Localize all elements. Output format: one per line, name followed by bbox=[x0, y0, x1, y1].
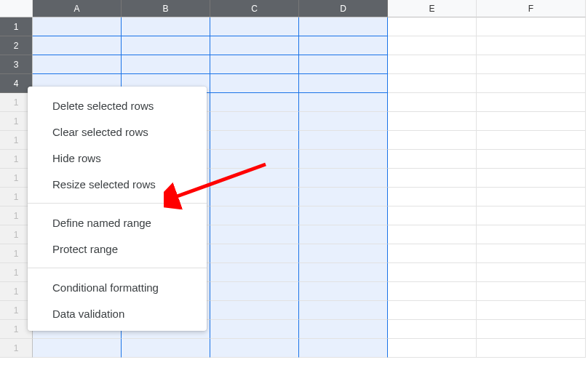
cell[interactable] bbox=[210, 263, 299, 282]
cell[interactable] bbox=[299, 206, 388, 225]
cell[interactable] bbox=[477, 301, 586, 320]
cell[interactable] bbox=[388, 17, 477, 36]
cell[interactable] bbox=[388, 131, 477, 150]
col-header-f[interactable]: F bbox=[477, 0, 586, 17]
cell[interactable] bbox=[477, 93, 586, 112]
col-header-d[interactable]: D bbox=[299, 0, 388, 17]
cell[interactable] bbox=[388, 244, 477, 263]
cell[interactable] bbox=[210, 244, 299, 263]
cell[interactable] bbox=[388, 206, 477, 225]
cell[interactable] bbox=[388, 55, 477, 74]
cell[interactable] bbox=[477, 244, 586, 263]
cell[interactable] bbox=[477, 36, 586, 55]
cell[interactable] bbox=[210, 282, 299, 301]
cell[interactable] bbox=[210, 150, 299, 169]
row-header-1[interactable]: 1 bbox=[0, 17, 33, 36]
cell[interactable] bbox=[299, 150, 388, 169]
cell[interactable] bbox=[299, 339, 388, 358]
cell[interactable] bbox=[299, 93, 388, 112]
cell[interactable] bbox=[388, 150, 477, 169]
cell[interactable] bbox=[210, 112, 299, 131]
cell[interactable] bbox=[477, 263, 586, 282]
cell[interactable] bbox=[477, 320, 586, 339]
menu-hide-rows[interactable]: Hide rows bbox=[28, 145, 207, 171]
menu-separator bbox=[28, 268, 207, 268]
cell[interactable] bbox=[299, 112, 388, 131]
cell[interactable] bbox=[388, 74, 477, 93]
col-header-b[interactable]: B bbox=[122, 0, 210, 17]
row-header-2[interactable]: 2 bbox=[0, 36, 33, 55]
cell[interactable] bbox=[210, 188, 299, 206]
col-header-c[interactable]: C bbox=[210, 0, 299, 17]
cell[interactable] bbox=[388, 225, 477, 244]
row-header-3[interactable]: 3 bbox=[0, 55, 33, 74]
cell[interactable] bbox=[388, 188, 477, 206]
cell[interactable] bbox=[477, 188, 586, 206]
cell[interactable] bbox=[210, 320, 299, 339]
cell[interactable] bbox=[388, 301, 477, 320]
cell[interactable] bbox=[299, 188, 388, 206]
cell[interactable] bbox=[477, 206, 586, 225]
cell[interactable] bbox=[388, 93, 477, 112]
cell[interactable] bbox=[33, 17, 122, 36]
cell[interactable] bbox=[299, 131, 388, 150]
cell[interactable] bbox=[299, 301, 388, 320]
menu-protect-range[interactable]: Protect range bbox=[28, 236, 207, 262]
cell[interactable] bbox=[210, 169, 299, 188]
menu-conditional-formatting[interactable]: Conditional formatting bbox=[28, 274, 207, 300]
cell[interactable] bbox=[299, 263, 388, 282]
cell[interactable] bbox=[299, 225, 388, 244]
cell[interactable] bbox=[477, 17, 586, 36]
menu-data-validation[interactable]: Data validation bbox=[28, 300, 207, 326]
cell[interactable] bbox=[388, 339, 477, 358]
cell[interactable] bbox=[477, 131, 586, 150]
cell[interactable] bbox=[210, 301, 299, 320]
cell[interactable] bbox=[388, 36, 477, 55]
cell[interactable] bbox=[299, 244, 388, 263]
cell[interactable] bbox=[33, 36, 122, 55]
cell[interactable] bbox=[210, 131, 299, 150]
menu-delete-selected-rows[interactable]: Delete selected rows bbox=[28, 92, 207, 119]
cell[interactable] bbox=[299, 36, 388, 55]
menu-resize-selected-rows[interactable]: Resize selected rows bbox=[28, 171, 207, 197]
cell[interactable] bbox=[477, 150, 586, 169]
cell[interactable] bbox=[210, 55, 299, 74]
cell[interactable] bbox=[299, 17, 388, 36]
cell[interactable] bbox=[33, 55, 122, 74]
menu-clear-selected-rows[interactable]: Clear selected rows bbox=[28, 119, 207, 145]
cell[interactable] bbox=[122, 36, 210, 55]
cell[interactable] bbox=[388, 282, 477, 301]
cell[interactable] bbox=[299, 169, 388, 188]
cell[interactable] bbox=[210, 225, 299, 244]
cell[interactable] bbox=[477, 74, 586, 93]
cell[interactable] bbox=[388, 320, 477, 339]
cell[interactable] bbox=[299, 320, 388, 339]
cell[interactable] bbox=[299, 282, 388, 301]
cell[interactable] bbox=[122, 17, 210, 36]
cell[interactable] bbox=[122, 339, 210, 358]
cell[interactable] bbox=[210, 74, 299, 93]
col-header-a[interactable]: A bbox=[33, 0, 122, 17]
cell[interactable] bbox=[477, 112, 586, 131]
row-header[interactable]: 1 bbox=[0, 339, 33, 358]
select-all-corner[interactable] bbox=[0, 0, 33, 17]
cell[interactable] bbox=[210, 206, 299, 225]
col-header-e[interactable]: E bbox=[388, 0, 477, 17]
cell[interactable] bbox=[299, 55, 388, 74]
cell[interactable] bbox=[210, 17, 299, 36]
cell[interactable] bbox=[388, 169, 477, 188]
cell[interactable] bbox=[477, 55, 586, 74]
cell[interactable] bbox=[477, 225, 586, 244]
cell[interactable] bbox=[122, 55, 210, 74]
cell[interactable] bbox=[210, 339, 299, 358]
cell[interactable] bbox=[33, 339, 122, 358]
cell[interactable] bbox=[210, 36, 299, 55]
cell[interactable] bbox=[299, 74, 388, 93]
cell[interactable] bbox=[210, 93, 299, 112]
cell[interactable] bbox=[477, 169, 586, 188]
cell[interactable] bbox=[477, 339, 586, 358]
menu-define-named-range[interactable]: Define named range bbox=[28, 209, 207, 236]
cell[interactable] bbox=[477, 282, 586, 301]
cell[interactable] bbox=[388, 263, 477, 282]
cell[interactable] bbox=[388, 112, 477, 131]
